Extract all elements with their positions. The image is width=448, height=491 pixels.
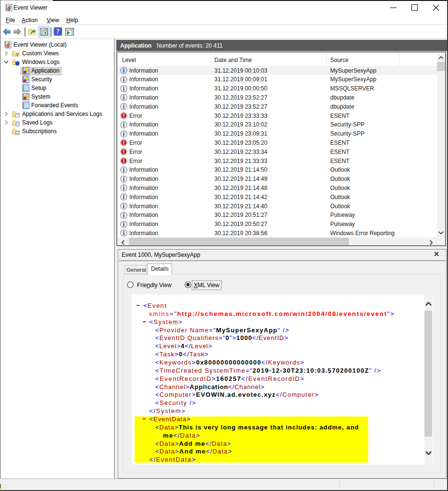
svg-text:?: ? bbox=[56, 28, 60, 35]
